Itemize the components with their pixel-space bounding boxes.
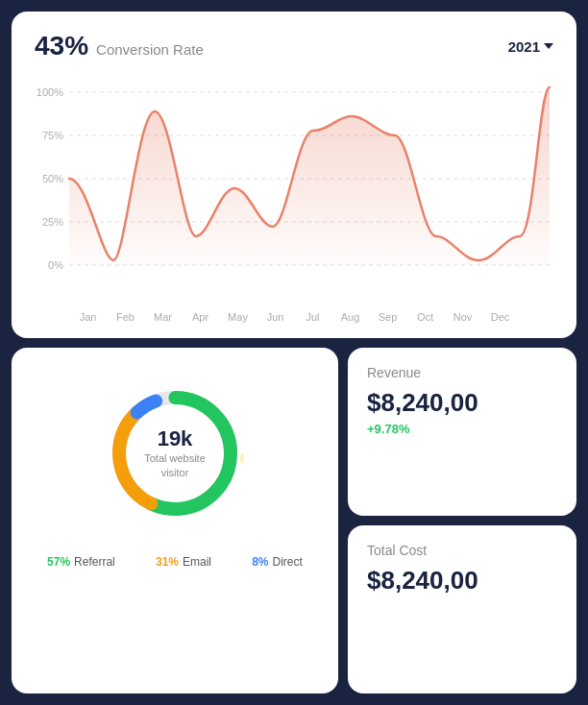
x-label-jul: Jul xyxy=(294,311,331,323)
right-metric-cards: Revenue $8,240,00 +9.78% Total Cost $8,2… xyxy=(348,348,576,693)
x-label-sep: Sep xyxy=(369,311,406,323)
direct-pct: 8% xyxy=(252,555,268,569)
conversion-text: Conversion Rate xyxy=(96,41,204,58)
x-label-mar: Mar xyxy=(144,311,182,323)
donut-sublabel: Total websitevisitor xyxy=(144,451,206,481)
donut-legend: 57% Referral 31% Email 8% Direct xyxy=(27,555,323,569)
x-label-feb: Feb xyxy=(107,311,144,323)
x-label-apr: Apr xyxy=(182,311,219,323)
bottom-section: 19k Total websitevisitor 57% Referral 31… xyxy=(12,348,576,693)
x-axis-labels: Jan Feb Mar Apr May Jun Jul Aug Sep Oct … xyxy=(35,307,553,323)
card-header: 43% Conversion Rate 2021 xyxy=(35,31,553,61)
revenue-label: Revenue xyxy=(367,365,557,380)
x-label-may: May xyxy=(219,311,257,323)
x-label-oct: Oct xyxy=(406,311,444,323)
referral-pct: 57% xyxy=(47,555,70,569)
year-value: 2021 xyxy=(508,38,540,55)
x-label-nov: Nov xyxy=(444,311,481,323)
legend-direct: 8% Direct xyxy=(252,555,303,569)
revenue-change: +9.78% xyxy=(367,422,557,436)
conversion-rate-card: 43% Conversion Rate 2021 100% 75% 50% 25… xyxy=(12,12,576,338)
svg-text:25%: 25% xyxy=(42,216,63,228)
donut-value: 19k xyxy=(144,426,206,451)
svg-text:100%: 100% xyxy=(37,86,63,98)
total-cost-card: Total Cost $8,240,00 xyxy=(348,525,576,693)
legend-referral: 57% Referral xyxy=(47,555,115,569)
x-label-dec: Dec xyxy=(481,311,519,323)
donut-center-label: 19k Total websitevisitor xyxy=(144,426,206,481)
line-chart: 100% 75% 50% 25% 0% Jan Feb Mar Apr May … xyxy=(35,73,553,323)
revenue-value: $8,240,00 xyxy=(367,388,557,418)
svg-text:0%: 0% xyxy=(48,259,63,271)
email-label: Email xyxy=(183,555,211,569)
x-label-jan: Jan xyxy=(69,311,107,323)
referral-label: Referral xyxy=(74,555,115,569)
svg-text:75%: 75% xyxy=(42,130,63,141)
total-cost-label: Total Cost xyxy=(367,543,557,558)
direct-label: Direct xyxy=(273,555,303,569)
donut-chart: 19k Total websitevisitor xyxy=(98,377,252,530)
svg-text:50%: 50% xyxy=(42,173,63,184)
x-label-jun: Jun xyxy=(257,311,294,323)
conversion-label-group: 43% Conversion Rate xyxy=(35,31,204,61)
x-label-aug: Aug xyxy=(331,311,369,323)
conversion-percentage: 43% xyxy=(35,31,88,61)
chevron-down-icon xyxy=(544,43,553,49)
donut-card: 19k Total websitevisitor 57% Referral 31… xyxy=(12,348,338,693)
total-cost-value: $8,240,00 xyxy=(367,566,557,596)
chart-svg: 100% 75% 50% 25% 0% xyxy=(35,73,553,304)
email-pct: 31% xyxy=(156,555,179,569)
legend-email: 31% Email xyxy=(156,555,211,569)
year-selector[interactable]: 2021 xyxy=(508,38,553,55)
revenue-card: Revenue $8,240,00 +9.78% xyxy=(348,348,576,516)
